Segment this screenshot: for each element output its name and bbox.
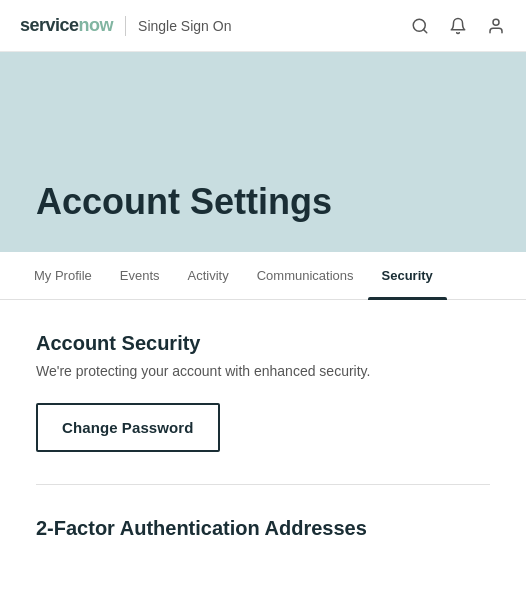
section-divider	[36, 484, 490, 485]
page-title: Account Settings	[36, 182, 332, 222]
navbar-title: Single Sign On	[138, 18, 231, 34]
navbar-divider	[125, 16, 126, 36]
svg-point-2	[493, 19, 499, 25]
tab-security[interactable]: Security	[368, 252, 447, 299]
tab-my-profile[interactable]: My Profile	[20, 252, 106, 299]
account-security-title: Account Security	[36, 332, 490, 355]
svg-line-1	[423, 29, 426, 32]
hero-banner: Account Settings	[0, 52, 526, 252]
tab-navigation: My Profile Events Activity Communication…	[0, 252, 526, 300]
navbar-right	[410, 16, 506, 36]
tab-communications[interactable]: Communications	[243, 252, 368, 299]
main-content: Account Security We're protecting your a…	[0, 300, 526, 572]
navbar: servicenow Single Sign On	[0, 0, 526, 52]
user-icon[interactable]	[486, 16, 506, 36]
two-factor-title: 2-Factor Authentication Addresses	[36, 517, 490, 540]
account-security-description: We're protecting your account with enhan…	[36, 363, 490, 379]
change-password-button[interactable]: Change Password	[36, 403, 220, 452]
search-icon[interactable]	[410, 16, 430, 36]
bell-icon[interactable]	[448, 16, 468, 36]
tab-activity[interactable]: Activity	[174, 252, 243, 299]
logo: servicenow	[20, 15, 113, 36]
tab-events[interactable]: Events	[106, 252, 174, 299]
navbar-left: servicenow Single Sign On	[20, 15, 231, 36]
